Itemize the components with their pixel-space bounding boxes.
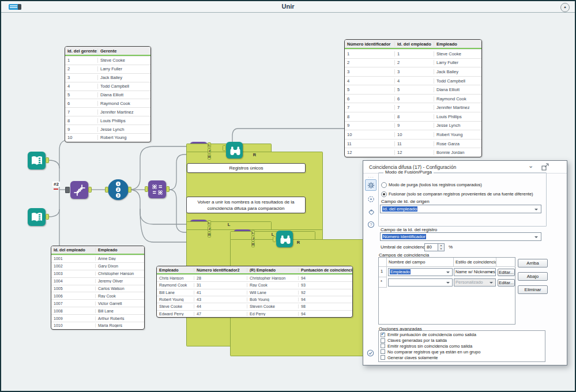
apply-check-icon[interactable] xyxy=(367,349,374,357)
output-anchor[interactable] xyxy=(46,157,49,163)
input-data-tool-1[interactable] xyxy=(28,152,46,169)
browse-tool-bottom[interactable] xyxy=(276,231,293,247)
annotation-unique-records[interactable]: Registros únicos xyxy=(187,163,306,173)
input-anchor[interactable] xyxy=(105,187,108,193)
join-tool-bottom[interactable]: L R L J R xyxy=(234,229,251,247)
configuration-tab-selected[interactable] xyxy=(365,179,377,191)
table-cell: Christopher Hanson xyxy=(247,276,298,280)
output-anchor[interactable] xyxy=(46,214,49,220)
window-title: Unir xyxy=(1,3,575,10)
join-tool-top[interactable]: L R L J R xyxy=(190,142,208,160)
edit-button-2[interactable]: Editar... xyxy=(498,279,515,287)
field-combo-2[interactable] xyxy=(388,278,453,287)
column-header: Id. del empleado xyxy=(394,42,434,47)
table-row: 1009Arthur Roberts xyxy=(51,314,144,322)
threshold-spinner[interactable]: ▲▼ xyxy=(438,243,445,251)
table-row: 66Raymond Cook xyxy=(345,94,481,103)
output-anchor[interactable] xyxy=(166,186,170,192)
output-anchor[interactable] xyxy=(88,187,92,193)
table-row: 8Louis Phillips xyxy=(65,116,150,125)
checkbox[interactable] xyxy=(381,333,385,337)
source-id-combo[interactable]: Id. del empleado xyxy=(380,205,541,213)
record-id-icon: 1 xyxy=(116,182,121,187)
table-cell: 10 xyxy=(345,132,394,137)
output-anchor-right[interactable]: R xyxy=(208,232,211,238)
table-row: 2Larry Fuller xyxy=(65,65,150,73)
table-cell: Anne Day xyxy=(95,257,144,261)
popout-icon[interactable] xyxy=(541,163,549,171)
style-combo-2[interactable]: Personalizado xyxy=(454,278,496,287)
chevron-down-icon[interactable]: ⌄ xyxy=(528,162,533,169)
employee-ids-table[interactable]: Id. del empleadoEmpleado1001Anne Day1002… xyxy=(51,246,145,330)
output-anchor-left[interactable]: L xyxy=(251,230,255,236)
collapse-button[interactable]: ▲ xyxy=(560,3,570,12)
edit-button-1[interactable]: Editar... xyxy=(498,269,515,276)
table-cell: Jack Bailey xyxy=(434,69,481,74)
annotation-rejoin[interactable]: Volver a unir los nombres a los resultad… xyxy=(186,197,306,213)
checkbox[interactable] xyxy=(381,338,385,343)
table-cell: Ray Cook xyxy=(247,283,298,287)
table-cell: Bill Lane xyxy=(95,309,144,313)
grid-header-edit xyxy=(496,258,515,267)
input-anchor[interactable] xyxy=(223,145,226,151)
input-anchor[interactable] xyxy=(145,186,148,192)
output-anchor-left[interactable]: L xyxy=(208,220,211,226)
checkbox[interactable] xyxy=(381,355,385,360)
group-label: Modo de Fusión/Purga xyxy=(383,169,434,175)
table-row: 33Jack Bailey xyxy=(345,67,481,76)
union-tool[interactable] xyxy=(70,181,88,199)
record-id-combo[interactable]: Número identificador xyxy=(380,232,541,241)
input-anchor[interactable] xyxy=(273,236,276,242)
checkbox[interactable] xyxy=(381,344,385,348)
output-anchor-join[interactable]: J xyxy=(208,148,211,154)
output-anchor-right[interactable]: R xyxy=(251,242,255,247)
table-cell: 2 xyxy=(394,60,434,65)
table-cell: 11 xyxy=(394,141,434,146)
target-icon[interactable] xyxy=(367,195,375,203)
tag-icon[interactable] xyxy=(367,208,375,216)
output-anchor-left[interactable]: L xyxy=(208,142,211,148)
table-row: 1006Ray Cook xyxy=(51,292,144,299)
table-cell: 93 xyxy=(298,283,352,287)
browse-tool-top[interactable] xyxy=(226,142,243,159)
radio-purge-mode[interactable] xyxy=(381,182,387,188)
numbered-employees-table[interactable]: Número identificadorId. del empleadoEmpl… xyxy=(344,39,482,157)
help-icon[interactable]: ? xyxy=(367,221,375,228)
match-fields-grid: Nombre del campo Estilo de coincidencia … xyxy=(378,257,515,325)
table-cell: Steve Cooke xyxy=(157,304,194,308)
delete-button[interactable]: Eliminar xyxy=(518,285,548,294)
table-cell: 6 xyxy=(394,96,434,101)
radio-purge-label: Modo de purga (todos los registros compa… xyxy=(389,182,482,187)
output-anchor-right[interactable]: R xyxy=(208,154,211,160)
table-cell: Jennifer Martinez xyxy=(434,105,481,110)
match-results-table[interactable]: EmpleadoNúmero identificador2(R) Emplead… xyxy=(156,266,353,318)
threshold-input[interactable]: 80 xyxy=(424,243,438,251)
fuzzy-match-tool[interactable] xyxy=(148,180,166,198)
table-cell: 5 xyxy=(65,92,97,97)
radio-merge-mode[interactable] xyxy=(381,191,387,197)
record-id-tool[interactable]: 1 2 3 xyxy=(108,179,129,200)
grid-header-field: Nombre del campo xyxy=(387,258,454,267)
table-row: 4Todd Campbell xyxy=(65,82,150,91)
table-cell: 1 xyxy=(394,51,434,56)
threshold-label: Umbral de coincidencia: xyxy=(381,244,430,250)
table-row: 1008Bill Lane xyxy=(51,307,144,314)
checkbox[interactable] xyxy=(381,349,385,354)
output-anchor-join[interactable]: J xyxy=(251,236,255,242)
table-row: 1001Anne Day xyxy=(51,255,144,262)
output-anchor[interactable] xyxy=(128,187,131,193)
table-cell: 8 xyxy=(65,118,97,123)
table-row: 88Louis Phillips xyxy=(345,112,481,121)
table-cell: 9 xyxy=(65,127,97,132)
managers-table[interactable]: Id. del gerenteGerente1Steve Cooke2Larry… xyxy=(65,46,151,142)
move-up-button[interactable]: Arriba xyxy=(518,259,548,267)
input-connector-plug[interactable] xyxy=(65,187,70,193)
table-cell: Christopher Hanson xyxy=(95,272,144,276)
table-cell: 1008 xyxy=(51,309,95,313)
output-anchor-join[interactable]: J xyxy=(208,226,211,232)
style-combo-1[interactable]: Name w/ Nicknames xyxy=(454,268,496,276)
join-tool-middle[interactable]: L R L J R xyxy=(190,220,208,238)
input-data-tool-2[interactable] xyxy=(28,208,46,226)
field-combo-1[interactable]: Empleado xyxy=(388,268,453,276)
move-down-button[interactable]: Abajo xyxy=(518,272,548,281)
